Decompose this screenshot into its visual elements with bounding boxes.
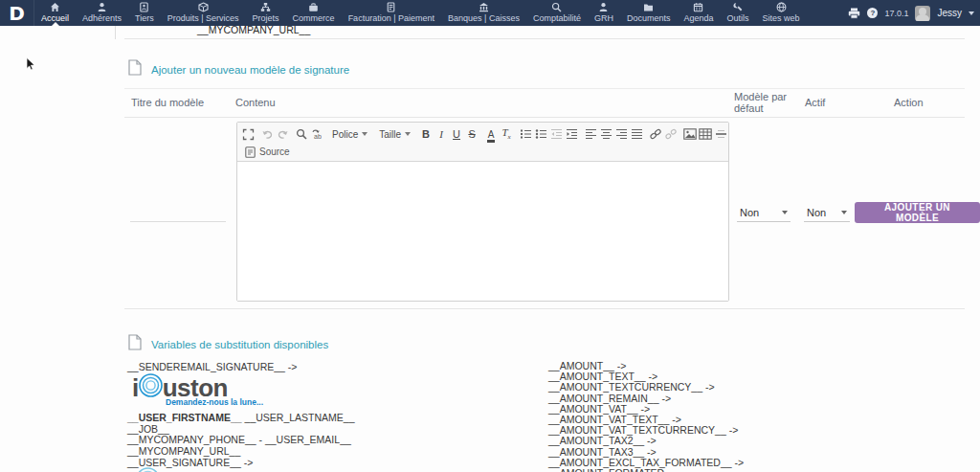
strikethrough-button[interactable]: S bbox=[464, 126, 479, 143]
align-right-icon[interactable] bbox=[613, 126, 629, 143]
find-icon[interactable] bbox=[294, 126, 309, 143]
bold-button[interactable]: B bbox=[418, 126, 434, 143]
italic-button[interactable]: I bbox=[434, 126, 449, 143]
nav-item-tiers[interactable]: Tiers bbox=[128, 0, 161, 26]
nav-item-sites-web[interactable]: Sites web bbox=[756, 0, 807, 26]
numbered-list-icon[interactable] bbox=[518, 126, 533, 143]
version-text: 17.0.1 bbox=[884, 9, 908, 18]
chevron-down-icon bbox=[841, 211, 847, 214]
nav-item-produits-services[interactable]: Produits | Services bbox=[161, 0, 246, 26]
underline-button[interactable]: U bbox=[449, 126, 464, 143]
nav-item-banques-caisses[interactable]: Banques | Caisses bbox=[441, 0, 526, 26]
column-header-title: Titre du modèle bbox=[131, 97, 204, 108]
font-size-dropdown[interactable]: Taille bbox=[375, 129, 414, 140]
chevron-down-icon bbox=[782, 211, 788, 214]
nav-item-grh[interactable]: GRH bbox=[588, 0, 620, 26]
help-icon[interactable]: ? bbox=[867, 8, 878, 18]
signature-content-editor: ab Police Taille B I U S A Tx bbox=[236, 122, 729, 302]
text-color-button[interactable]: A bbox=[483, 126, 499, 143]
source-icon bbox=[245, 146, 256, 158]
documents-icon bbox=[643, 2, 654, 12]
section-title-add-template: Ajouter un nouveau modèle de signature bbox=[151, 64, 349, 76]
link-icon[interactable] bbox=[648, 126, 663, 143]
dolibarr-logo[interactable]: D bbox=[0, 0, 34, 26]
projects-icon bbox=[260, 2, 271, 12]
insert-table-icon[interactable] bbox=[698, 126, 713, 143]
font-size-label: Taille bbox=[379, 129, 401, 140]
nav-item-comptabilite[interactable]: Comptabilité bbox=[526, 0, 588, 26]
table-row-border bbox=[124, 308, 965, 309]
horizontal-rule-icon[interactable] bbox=[713, 126, 728, 143]
template-title-input[interactable] bbox=[130, 203, 226, 222]
nav-item-agenda[interactable]: Agenda bbox=[677, 0, 720, 26]
active-menu-caret bbox=[52, 22, 59, 26]
insert-image-icon[interactable] bbox=[682, 126, 698, 143]
unlink-icon[interactable] bbox=[663, 126, 679, 143]
nav-label: Produits | Services bbox=[167, 13, 239, 23]
editor-toolbar-row1: ab Police Taille B I U S A Tx bbox=[240, 124, 725, 144]
nav-label: Commerce bbox=[293, 13, 335, 23]
page-icon bbox=[128, 59, 142, 79]
nav-label: Agenda bbox=[683, 13, 713, 23]
column-header-default: Modèle par défaut bbox=[734, 91, 797, 114]
font-family-label: Police bbox=[332, 129, 358, 140]
source-button[interactable]: Source bbox=[240, 145, 295, 160]
nav-label: Documents bbox=[627, 13, 671, 23]
nav-item-accueil[interactable]: Accueil bbox=[34, 0, 76, 26]
nav-label: Facturation | Paiement bbox=[348, 13, 434, 23]
column-header-active: Actif bbox=[805, 97, 825, 108]
table-header-border bbox=[124, 117, 965, 118]
align-center-icon[interactable] bbox=[598, 126, 613, 143]
undo-icon[interactable] bbox=[259, 126, 275, 143]
chevron-down-icon bbox=[362, 132, 368, 136]
nav-label: Sites web bbox=[763, 13, 800, 23]
svg-text:ab: ab bbox=[314, 133, 322, 140]
nav-item-facturation-paiement[interactable]: Facturation | Paiement bbox=[342, 0, 441, 26]
align-justify-icon[interactable] bbox=[629, 126, 644, 143]
variable-sender-signature: __SENDEREMAIL_SIGNATURE__ -> bbox=[127, 361, 298, 372]
variable-amount-formated-partial: __AMOUNT_FORMATED__ bbox=[548, 468, 744, 472]
nav-label: Comptabilité bbox=[533, 13, 581, 23]
print-icon[interactable] bbox=[848, 8, 860, 19]
maximize-icon[interactable] bbox=[240, 126, 256, 143]
mouse-cursor bbox=[26, 57, 38, 75]
nav-item-projets[interactable]: Projets bbox=[246, 0, 286, 26]
font-family-dropdown[interactable]: Police bbox=[328, 129, 371, 140]
website-icon bbox=[776, 2, 787, 12]
outdent-icon[interactable] bbox=[548, 126, 564, 143]
redo-icon[interactable] bbox=[275, 126, 290, 143]
variable-user-signature: __USER_SIGNATURE__ -> bbox=[127, 458, 355, 469]
user-avatar[interactable] bbox=[915, 6, 930, 21]
chevron-down-icon[interactable] bbox=[969, 11, 974, 15]
logo-tagline: Demandez-nous la lune... bbox=[166, 397, 263, 407]
agenda-icon bbox=[693, 2, 703, 12]
variable-user-name: __USER_FIRSTNAME__ __USER_LASTNAME__ bbox=[127, 413, 355, 424]
default-template-select[interactable]: Non bbox=[737, 203, 791, 222]
nav-label: Projets bbox=[253, 13, 279, 23]
user-menu[interactable]: Jessy bbox=[937, 8, 962, 18]
active-select-value: Non bbox=[807, 207, 826, 218]
column-header-content: Contenu bbox=[235, 97, 276, 108]
bullet-list-icon[interactable] bbox=[533, 126, 548, 143]
indent-icon[interactable] bbox=[564, 126, 579, 143]
add-template-button[interactable]: AJOUTER UN MODÈLE bbox=[855, 202, 980, 223]
home-icon bbox=[50, 2, 60, 12]
nav-item-commerce[interactable]: Commerce bbox=[286, 0, 342, 26]
align-left-icon[interactable] bbox=[583, 126, 598, 143]
tools-icon bbox=[733, 2, 744, 12]
billing-icon bbox=[386, 2, 396, 12]
top-navbar: D Accueil Adhérents Tiers Produits | Ser… bbox=[0, 0, 980, 26]
nav-item-adherents[interactable]: Adhérents bbox=[76, 0, 128, 26]
nav-label: Tiers bbox=[135, 13, 154, 23]
editor-content-area[interactable] bbox=[237, 162, 728, 301]
nav-item-outils[interactable]: Outils bbox=[721, 0, 756, 26]
nav-label: Banques | Caisses bbox=[448, 13, 520, 23]
left-panel-border bbox=[115, 26, 116, 39]
remove-format-button[interactable]: Tx bbox=[499, 126, 514, 143]
nav-item-documents[interactable]: Documents bbox=[620, 0, 678, 26]
column-header-action: Action bbox=[894, 97, 924, 108]
active-select[interactable]: Non bbox=[804, 203, 850, 222]
members-icon bbox=[97, 2, 107, 12]
replace-icon[interactable]: ab bbox=[309, 126, 324, 143]
nav-label: Outils bbox=[727, 13, 749, 23]
